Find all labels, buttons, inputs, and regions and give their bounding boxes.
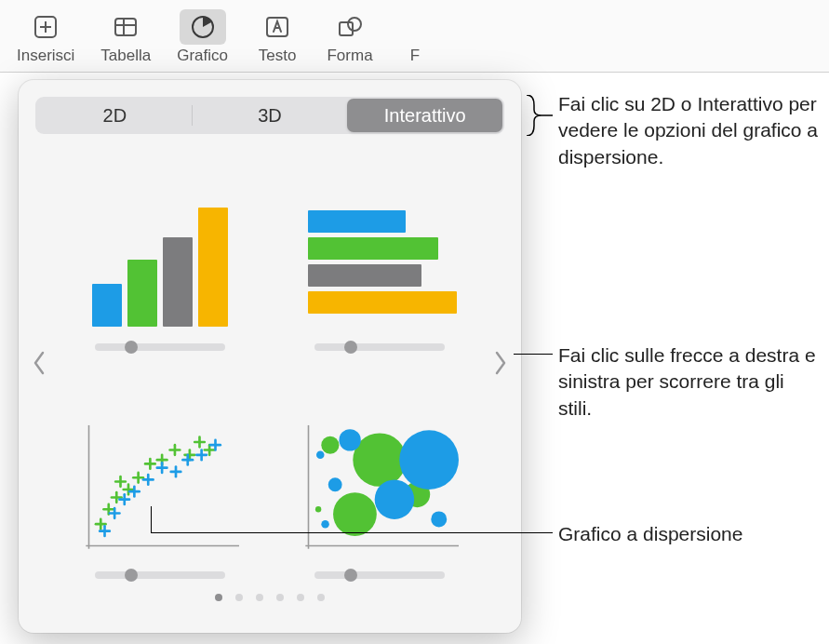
- svg-point-69: [315, 506, 321, 512]
- toolbar-insert[interactable]: Inserisci: [4, 7, 87, 67]
- page-dot[interactable]: [256, 594, 263, 601]
- svg-point-58: [321, 436, 339, 454]
- svg-point-60: [353, 433, 406, 486]
- callout-text: Fai clic sulle frecce a destra e sinistr…: [558, 344, 816, 419]
- callout-text: Grafico a dispersione: [558, 523, 742, 544]
- callout-brace-icon: [525, 95, 553, 136]
- toolbar-label: Tabella: [100, 47, 151, 65]
- bubble-chart-thumb: [301, 424, 459, 555]
- page-dot[interactable]: [317, 594, 325, 601]
- toolbar-shape[interactable]: Forma: [314, 7, 386, 67]
- insert-icon: [22, 9, 69, 45]
- tab-label: Interattivo: [384, 105, 466, 127]
- page-dot[interactable]: [276, 594, 284, 601]
- interactive-slider[interactable]: [314, 571, 445, 579]
- chart-option-bar[interactable]: [288, 151, 471, 351]
- toolbar-label: Inserisci: [17, 47, 74, 65]
- svg-point-63: [328, 477, 342, 491]
- shape-icon: [327, 9, 373, 45]
- callout-tabs: Fai clic su 2D o Interattivo per vedere …: [558, 91, 828, 170]
- svg-point-68: [321, 520, 329, 529]
- interactive-slider[interactable]: [314, 343, 445, 351]
- table-icon: [102, 9, 149, 45]
- chart-option-column[interactable]: [69, 151, 251, 351]
- main-toolbar: Inserisci Tabella Grafico Testo Forma F: [0, 0, 829, 73]
- svg-point-65: [375, 479, 415, 519]
- toolbar-chart[interactable]: Grafico: [164, 7, 241, 67]
- toolbar-text[interactable]: Testo: [241, 7, 314, 67]
- chart-icon: [180, 9, 226, 45]
- chart-type-segmented: 2D 3D Interattivo: [35, 97, 504, 134]
- interactive-slider[interactable]: [95, 343, 225, 351]
- svg-point-66: [399, 430, 459, 490]
- page-dot[interactable]: [235, 594, 243, 601]
- chart-gallery: [35, 151, 504, 579]
- chart-option-bubble[interactable]: [288, 379, 471, 579]
- callout-arrows: Fai clic sulle frecce a destra e sinistr…: [558, 342, 819, 422]
- prev-style-arrow[interactable]: [28, 346, 50, 383]
- toolbar-more[interactable]: F: [386, 7, 451, 67]
- tab-label: 3D: [258, 105, 282, 127]
- callout-scatter: Grafico a dispersione: [558, 521, 819, 547]
- toolbar-label: Testo: [259, 47, 297, 65]
- svg-point-59: [333, 492, 377, 536]
- svg-point-62: [316, 451, 325, 460]
- callout-text: Fai clic su 2D o Interattivo per vedere …: [558, 93, 818, 168]
- toolbar-label: Grafico: [177, 47, 228, 65]
- page-dot[interactable]: [215, 594, 222, 601]
- toolbar-table[interactable]: Tabella: [87, 7, 164, 67]
- tab-3d[interactable]: 3D: [193, 99, 348, 132]
- page-indicator[interactable]: [35, 594, 504, 601]
- tab-2d[interactable]: 2D: [37, 99, 193, 132]
- tab-interactive[interactable]: Interattivo: [347, 99, 502, 132]
- column-chart-thumb: [81, 196, 239, 327]
- tab-label: 2D: [103, 105, 127, 127]
- page-dot[interactable]: [297, 594, 304, 601]
- next-style-arrow[interactable]: [489, 346, 512, 383]
- svg-point-67: [431, 511, 447, 527]
- svg-rect-3: [115, 19, 136, 35]
- scatter-chart-thumb: [81, 424, 239, 555]
- toolbar-label: Forma: [327, 47, 372, 65]
- bar-chart-thumb: [301, 196, 459, 327]
- chart-popover: 2D 3D Interattivo: [19, 80, 521, 633]
- text-icon: [254, 9, 301, 45]
- svg-point-64: [339, 429, 360, 450]
- chart-option-scatter[interactable]: [69, 379, 251, 579]
- toolbar-label: F: [410, 47, 420, 65]
- interactive-slider[interactable]: [95, 571, 225, 579]
- svg-point-9: [348, 18, 361, 31]
